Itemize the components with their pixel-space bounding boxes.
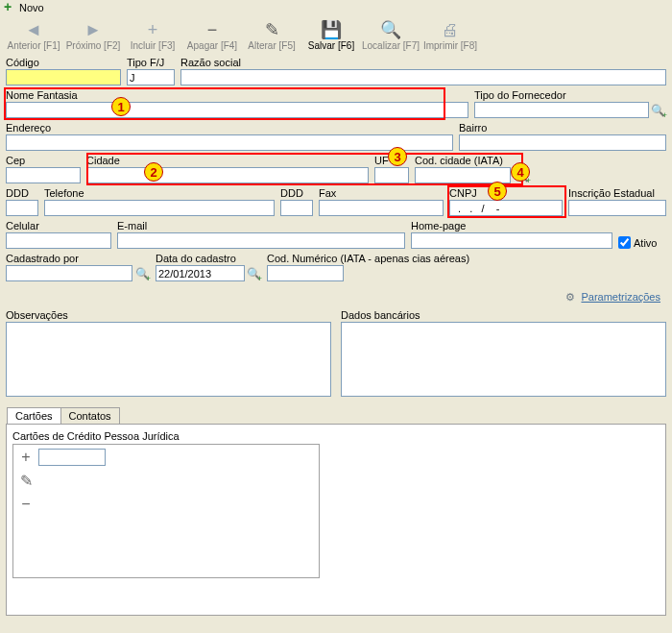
edit-icon: ✎ <box>265 19 279 40</box>
tipofj-input[interactable] <box>127 69 175 85</box>
marker-2: 2 <box>144 162 163 182</box>
observacoes-label: Observações <box>6 309 331 321</box>
minus-icon: − <box>207 19 218 40</box>
tipo-fornecedor-label: Tipo do Fornecedor <box>474 89 666 101</box>
homepage-label: Home-page <box>411 220 612 231</box>
data-cadastro-input[interactable] <box>156 265 245 281</box>
ativo-checkbox[interactable] <box>618 236 631 249</box>
marker-1: 1 <box>111 97 131 116</box>
cidade-label: Cidade <box>86 155 369 166</box>
localizar-button[interactable]: 🔍 Localizar [F7] <box>361 17 420 53</box>
incluir-button[interactable]: + Incluir [F3] <box>123 17 182 53</box>
dados-bancarios-label: Dados bancários <box>341 309 666 321</box>
marker-5: 5 <box>488 182 507 201</box>
cnpj-input[interactable] <box>449 200 563 216</box>
dados-bancarios-textarea[interactable] <box>341 322 666 397</box>
ddd1-label: DDD <box>6 187 38 199</box>
marker-3: 3 <box>388 147 407 166</box>
nome-fantasia-input[interactable] <box>6 102 468 118</box>
cartoes-grupo-label: Cartões de Crédito Pessoa Jurídica <box>12 430 660 442</box>
marker-4: 4 <box>511 162 530 182</box>
cartoes-remove-icon[interactable]: − <box>21 496 30 513</box>
celular-label: Celular <box>6 220 111 231</box>
insc-est-input[interactable] <box>568 200 666 216</box>
nome-fantasia-label: Nome Fantasia <box>6 89 468 101</box>
endereco-label: Endereço <box>6 122 453 134</box>
celular-input[interactable] <box>6 232 111 249</box>
bairro-input[interactable] <box>459 134 666 151</box>
cidade-input[interactable] <box>86 167 369 183</box>
lookup-data-cadastro-icon[interactable]: 🔍 <box>247 265 261 281</box>
tab-contatos[interactable]: Contatos <box>60 407 120 424</box>
ativo-label: Ativo <box>634 237 657 249</box>
tab-host: Cartões Contatos Cartões de Crédito Pess… <box>6 424 666 616</box>
page-title: Novo <box>19 2 44 13</box>
alterar-button[interactable]: ✎ Alterar [F5] <box>242 17 301 53</box>
telefone-input[interactable] <box>44 200 275 216</box>
cartoes-edit-icon[interactable]: ✎ <box>20 472 33 490</box>
arrow-right-icon: ► <box>84 19 102 40</box>
bairro-label: Bairro <box>459 122 666 134</box>
uf-input[interactable] <box>374 167 409 183</box>
tab-cartoes[interactable]: Cartões <box>7 407 61 424</box>
ddd2-input[interactable] <box>280 200 313 216</box>
codigo-input[interactable] <box>6 69 121 85</box>
tipofj-label: Tipo F/J <box>127 57 175 68</box>
cadastrado-por-label: Cadastrado por <box>6 253 150 264</box>
cod-numerico-label: Cod. Numérico (IATA - apenas cias aéreas… <box>267 253 488 264</box>
email-label: E-mail <box>117 220 405 231</box>
fax-label: Fax <box>319 187 444 199</box>
razao-input[interactable] <box>180 69 666 85</box>
arrow-left-icon: ◄ <box>25 19 42 40</box>
razao-label: Razão social <box>180 57 666 68</box>
observacoes-textarea[interactable] <box>6 322 331 397</box>
cartoes-add-icon[interactable]: + <box>21 449 30 466</box>
save-icon: 💾 <box>321 19 342 40</box>
cod-numerico-input[interactable] <box>267 265 344 281</box>
homepage-input[interactable] <box>411 232 612 249</box>
cartoes-list-cell[interactable] <box>38 449 106 466</box>
tipo-fornecedor-input[interactable] <box>474 102 649 118</box>
plus-icon: + <box>148 19 158 40</box>
toolbar: ◄ Anterior [F1] ► Próximo [F2] + Incluir… <box>0 15 672 53</box>
salvar-button[interactable]: 💾 Salvar [F6] <box>301 17 361 53</box>
cep-input[interactable] <box>6 167 81 183</box>
lookup-cadastrado-por-icon[interactable]: 🔍 <box>134 265 150 281</box>
apagar-button[interactable]: − Apagar [F4] <box>182 17 242 53</box>
ddd2-label: DDD <box>280 187 313 199</box>
gear-icon: ⚙ <box>565 291 575 304</box>
email-input[interactable] <box>117 232 405 249</box>
lookup-tipo-fornecedor-icon[interactable]: 🔍 <box>651 102 666 118</box>
data-cadastro-label: Data do cadastro <box>156 253 261 264</box>
parametrizacoes-link[interactable]: Parametrizações <box>581 291 660 304</box>
add-icon: + <box>4 2 15 13</box>
imprimir-button[interactable]: 🖨 Imprimir [F8] <box>420 17 480 53</box>
telefone-label: Telefone <box>44 187 275 199</box>
cep-label: Cep <box>6 155 81 166</box>
anterior-button[interactable]: ◄ Anterior [F1] <box>4 17 63 53</box>
proximo-button[interactable]: ► Próximo [F2] <box>63 17 123 53</box>
search-icon: 🔍 <box>380 19 401 40</box>
ddd1-input[interactable] <box>6 200 38 216</box>
endereco-input[interactable] <box>6 134 453 151</box>
cartoes-box: + ✎ − <box>12 444 320 578</box>
print-icon: 🖨 <box>442 19 459 40</box>
insc-est-label: Inscrição Estadual <box>568 187 666 199</box>
fax-input[interactable] <box>319 200 444 216</box>
codigo-label: Código <box>6 57 121 68</box>
cadastrado-por-input[interactable] <box>6 265 132 281</box>
